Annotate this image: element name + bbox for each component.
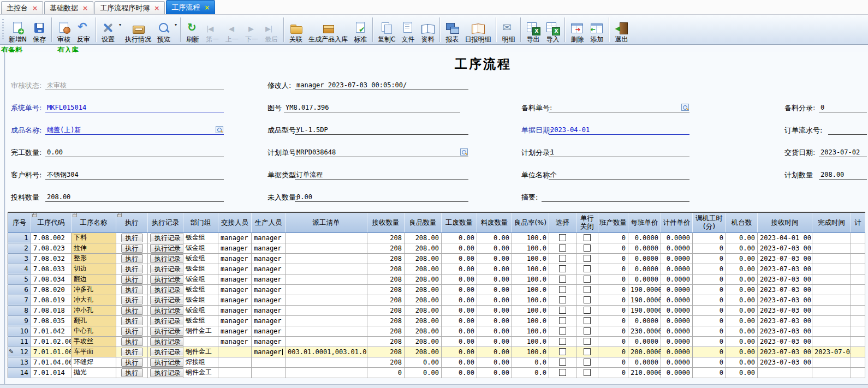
cell-yield_rate[interactable]: 100.0: [512, 336, 549, 347]
cell-piece_price[interactable]: 0.0000: [661, 253, 693, 264]
cell-code[interactable]: 7.08.034: [31, 274, 72, 284]
exec_log-row-button[interactable]: 执行记录: [150, 254, 183, 263]
exec-row-button[interactable]: 执行: [121, 254, 143, 263]
exec-status-button[interactable]: 执行情况: [122, 16, 154, 44]
delete-button[interactable]: 删除: [567, 16, 587, 44]
cell-recv_qty[interactable]: 208: [367, 336, 405, 347]
cell-name[interactable]: 切边: [72, 264, 116, 274]
exec-row-button[interactable]: 执行: [121, 244, 143, 253]
cell-machine_count[interactable]: 0.00: [726, 305, 758, 315]
cell-producer[interactable]: manager: [252, 336, 286, 347]
cell-shift_qty[interactable]: 0: [598, 357, 628, 367]
cell-line_close[interactable]: [576, 232, 598, 243]
cell-select[interactable]: [549, 232, 576, 243]
cell-recv_time[interactable]: 2023-07-03 00:05: [758, 264, 812, 274]
cell-dept[interactable]: 钣金组: [183, 253, 218, 264]
export-button[interactable]: 导出: [523, 16, 543, 44]
cell-dept[interactable]: 钢件金工: [183, 326, 218, 336]
select-checkbox[interactable]: [559, 369, 566, 376]
new-button[interactable]: 新增N: [6, 16, 29, 44]
cell-name[interactable]: 环缝焊: [72, 357, 116, 367]
cell-recv_qty[interactable]: 0: [367, 367, 405, 378]
toolbar-grip[interactable]: [2, 19, 5, 40]
cell-line_close[interactable]: [576, 336, 598, 347]
cell-recv_time[interactable]: 2023-07-03 00:05: [758, 243, 812, 253]
cell-handover[interactable]: manager: [218, 336, 252, 347]
cell-exec[interactable]: 执行: [116, 336, 148, 347]
cell-good_qty[interactable]: 208.00: [405, 253, 442, 264]
cell-mat_scrap_qty[interactable]: 0.00: [477, 336, 512, 347]
cell-select[interactable]: [549, 264, 576, 274]
cell-mat_scrap_qty[interactable]: 0.00: [477, 243, 512, 253]
settings-button[interactable]: 设置▾: [98, 16, 122, 44]
cell-handover[interactable]: [218, 357, 252, 367]
cell-recv_qty[interactable]: 208: [367, 264, 405, 274]
cell-line_close[interactable]: [576, 326, 598, 336]
exec_log-row-button[interactable]: 执行记录: [150, 306, 183, 315]
cell-shift_qty[interactable]: 0: [598, 295, 628, 305]
cell-machine_count[interactable]: 0.00: [726, 295, 758, 305]
cell-dept[interactable]: 钣金组: [183, 295, 218, 305]
cell-finish_time[interactable]: [812, 232, 851, 243]
cell-code[interactable]: 7.08.035: [31, 315, 72, 326]
cell-setup_minutes[interactable]: 0: [693, 315, 726, 326]
cell-n[interactable]: 14: [8, 367, 31, 378]
cell-name[interactable]: 翻边: [72, 274, 116, 284]
tab-3[interactable]: 工序流程×: [166, 0, 215, 14]
cell-code[interactable]: 7.01.04.004: [31, 357, 72, 367]
cell-code[interactable]: 7.01.042: [31, 326, 72, 336]
cell-producer[interactable]: manager: [252, 295, 286, 305]
cell-finish_time[interactable]: [812, 326, 851, 336]
exec-row-button[interactable]: 执行: [121, 348, 143, 356]
cell-code[interactable]: 7.08.020: [31, 284, 72, 295]
cell-setup_minutes[interactable]: 0: [693, 336, 726, 347]
cell-handover[interactable]: manager: [218, 243, 252, 253]
cell-n[interactable]: ✎12: [8, 347, 31, 357]
cell-shift_price[interactable]: 0.0000: [628, 357, 661, 367]
cell-shift_price[interactable]: 210.0000: [628, 367, 661, 378]
cell-shift_qty[interactable]: 0: [598, 274, 628, 284]
cell-handover[interactable]: manager: [218, 253, 252, 264]
tab-0[interactable]: 主控台×: [1, 1, 43, 14]
cell-name[interactable]: 下料: [72, 232, 116, 243]
cell-line_close[interactable]: [576, 243, 598, 253]
cell-n[interactable]: 3: [8, 253, 31, 264]
cell-good_qty[interactable]: 208.00: [405, 284, 442, 295]
cell-dept[interactable]: 钢件金工: [183, 347, 218, 357]
cell-recv_time[interactable]: 2023-07-03 00:06: [758, 284, 812, 295]
exec_log-row-button[interactable]: 执行记录: [150, 368, 183, 377]
cell-work_scrap_qty[interactable]: 0.00: [442, 326, 477, 336]
cell-setup_minutes[interactable]: 0: [693, 295, 726, 305]
cell-name[interactable]: 抛光: [72, 367, 116, 378]
cell-piece_price[interactable]: 0.0000: [661, 243, 693, 253]
cell-piece_price[interactable]: 0.0000: [661, 295, 693, 305]
select-checkbox[interactable]: [559, 296, 566, 303]
cell-finish_time[interactable]: [812, 336, 851, 347]
cell-recv_qty[interactable]: 208: [367, 253, 405, 264]
cell-yield_rate[interactable]: 100.0: [512, 243, 549, 253]
relate-button[interactable]: 关联: [286, 16, 306, 44]
cell-good_qty[interactable]: 208.00: [405, 305, 442, 315]
report-button[interactable]: 报表: [442, 16, 462, 44]
cell-setup_minutes[interactable]: 0: [693, 357, 726, 367]
cell-shift_qty[interactable]: 0: [598, 347, 628, 357]
cell-recv_time[interactable]: 2023-07-03 00:06: [758, 336, 812, 347]
cell-work_scrap_qty[interactable]: 0.00: [442, 284, 477, 295]
cell-line_close[interactable]: [576, 347, 598, 357]
column-header-recv_qty[interactable]: 接收数量: [367, 212, 405, 232]
cell-piece_price[interactable]: 0.0000: [661, 347, 693, 357]
tab-close-icon[interactable]: ×: [82, 4, 88, 12]
cell-mat_scrap_qty[interactable]: 0.00: [477, 232, 512, 243]
cell-cut[interactable]: [851, 253, 865, 264]
cell-producer[interactable]: manager: [252, 284, 286, 295]
line_close-checkbox[interactable]: [584, 255, 591, 262]
column-header-line_close[interactable]: 单行关闭: [576, 212, 598, 232]
cell-recv_time[interactable]: 2023-07-03 00:06: [758, 326, 812, 336]
line_close-checkbox[interactable]: [584, 327, 591, 335]
cell-shift_price[interactable]: 0.0000: [628, 336, 661, 347]
cell-code[interactable]: 7.08.023: [31, 243, 72, 253]
import-button[interactable]: 导入: [543, 16, 562, 44]
cell-good_qty[interactable]: 208.00: [405, 264, 442, 274]
column-header-cut[interactable]: 计: [851, 212, 865, 232]
cell-recv_qty[interactable]: 208: [367, 295, 405, 305]
